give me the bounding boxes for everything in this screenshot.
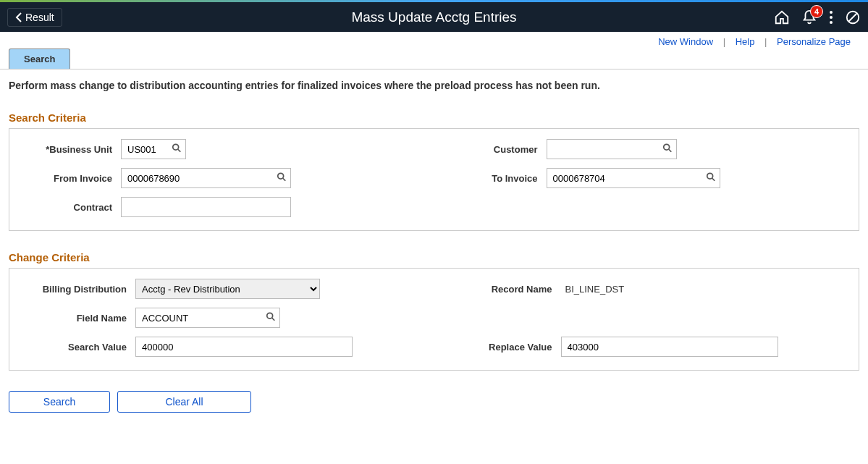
billing-distribution-select[interactable]: Acctg - Rev Distribution — [135, 279, 320, 299]
customer-field: Customer — [445, 139, 849, 159]
from-invoice-input[interactable] — [121, 168, 291, 188]
search-value-input[interactable] — [135, 337, 353, 357]
back-button[interactable]: Result — [7, 8, 62, 27]
svg-point-9 — [278, 173, 284, 179]
search-value-label: Search Value — [20, 342, 135, 353]
svg-point-7 — [663, 144, 669, 150]
field-name-label: Field Name — [20, 313, 135, 324]
search-button[interactable]: Search — [9, 391, 110, 413]
svg-line-12 — [712, 178, 715, 181]
business-unit-label: *Business Unit — [20, 144, 121, 155]
divider: | — [723, 36, 725, 47]
lookup-icon[interactable] — [277, 172, 287, 185]
search-value-field: Search Value — [20, 337, 424, 357]
record-name-label: Record Name — [445, 284, 561, 295]
notification-badge: 4 — [810, 5, 823, 18]
lookup-icon[interactable] — [706, 172, 716, 185]
from-invoice-label: From Invoice — [20, 173, 121, 184]
field-name-field: Field Name — [20, 308, 424, 328]
billing-distribution-label: Billing Distribution — [20, 284, 135, 295]
svg-point-2 — [830, 21, 833, 24]
svg-line-10 — [283, 178, 286, 181]
divider: | — [764, 36, 767, 47]
home-icon[interactable] — [774, 9, 790, 25]
customer-label: Customer — [445, 144, 547, 155]
to-invoice-field: To Invoice — [445, 168, 849, 188]
compass-icon[interactable] — [845, 9, 861, 25]
svg-point-13 — [267, 313, 273, 319]
contract-label: Contract — [20, 202, 121, 213]
clear-all-button[interactable]: Clear All — [117, 391, 251, 413]
tab-search[interactable]: Search — [9, 48, 70, 69]
field-name-input[interactable] — [135, 308, 280, 328]
svg-point-5 — [173, 144, 179, 150]
svg-line-6 — [178, 149, 181, 152]
notifications-icon[interactable]: 4 — [801, 9, 817, 25]
to-invoice-label: To Invoice — [445, 173, 547, 184]
to-invoice-input[interactable] — [547, 168, 720, 188]
contract-input[interactable] — [121, 197, 291, 217]
page-title: Mass Update Acctg Entries — [351, 9, 516, 25]
tab-bar: Search — [0, 48, 868, 69]
lookup-icon[interactable] — [266, 312, 276, 324]
svg-point-11 — [707, 173, 712, 179]
app-header: Result Mass Update Acctg Entries 4 — [0, 2, 868, 32]
utility-links: New Window | Help | Personalize Page — [0, 32, 868, 48]
svg-point-1 — [830, 16, 833, 19]
chevron-left-icon — [15, 12, 22, 22]
svg-line-4 — [849, 13, 857, 21]
help-link[interactable]: Help — [728, 36, 762, 47]
svg-line-8 — [668, 149, 671, 152]
replace-value-label: Replace Value — [445, 342, 561, 353]
replace-value-field: Replace Value — [445, 337, 849, 357]
new-window-link[interactable]: New Window — [651, 36, 720, 47]
header-icon-group: 4 — [774, 9, 861, 25]
lookup-icon[interactable] — [662, 143, 673, 156]
lookup-icon[interactable] — [172, 143, 182, 156]
action-row: Search Clear All — [9, 391, 859, 413]
search-criteria-title: Search Criteria — [9, 111, 859, 124]
change-criteria-panel: Billing Distribution Acctg - Rev Distrib… — [9, 268, 859, 371]
svg-line-14 — [272, 318, 275, 321]
record-name-value: BI_LINE_DST — [561, 284, 625, 295]
instruction-text: Perform mass change to distribution acco… — [9, 80, 859, 91]
back-label: Result — [25, 12, 54, 23]
billing-distribution-field: Billing Distribution Acctg - Rev Distrib… — [20, 279, 424, 299]
personalize-link[interactable]: Personalize Page — [770, 36, 858, 47]
customer-input[interactable] — [547, 139, 677, 159]
main-content: Perform mass change to distribution acco… — [0, 69, 868, 423]
svg-point-0 — [830, 11, 833, 14]
record-name-field: Record Name BI_LINE_DST — [445, 279, 849, 299]
more-icon[interactable] — [829, 10, 833, 25]
change-criteria-title: Change Criteria — [9, 251, 859, 263]
search-criteria-panel: *Business Unit Customer From — [9, 128, 859, 231]
business-unit-field: *Business Unit — [20, 139, 424, 159]
contract-field: Contract — [20, 197, 424, 217]
from-invoice-field: From Invoice — [20, 168, 424, 188]
replace-value-input[interactable] — [561, 337, 778, 357]
